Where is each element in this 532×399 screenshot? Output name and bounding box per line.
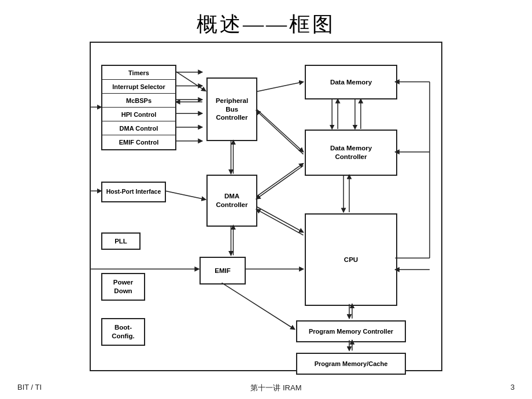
list-item-hpi-ctrl: HPI Control — [102, 108, 175, 121]
data-memory-box: Data Memory — [305, 65, 397, 99]
svg-line-16 — [256, 206, 303, 232]
peripheral-bus-controller-box: PeripheralBusController — [206, 77, 257, 141]
program-memory-cache-box: Program Memory/Cache — [296, 353, 406, 375]
boot-config-box: Boot-Config. — [101, 318, 145, 346]
list-item-interrupt: Interrupt Selector — [102, 80, 175, 94]
peripheral-list-box: Timers Interrupt Selector McBSPs HPI Con… — [101, 65, 176, 150]
svg-line-24 — [165, 191, 206, 200]
list-item-emif-ctrl: EMIF Control — [102, 135, 175, 149]
emif-box: EMIF — [200, 257, 246, 285]
svg-line-30 — [222, 283, 295, 329]
footer: BIT / TI 第十一讲 IRAM 3 — [0, 383, 532, 393]
svg-line-17 — [256, 209, 303, 235]
list-item-dma-ctrl: DMA Control — [102, 121, 175, 135]
footer-center: 第十一讲 IRAM — [250, 383, 301, 393]
svg-line-9 — [256, 82, 303, 92]
footer-right: 3 — [511, 383, 515, 393]
svg-line-1 — [176, 72, 206, 91]
svg-line-11 — [256, 110, 303, 154]
data-memory-controller-box: Data MemoryController — [305, 130, 397, 176]
list-item-timers: Timers — [102, 66, 175, 80]
svg-line-14 — [256, 164, 303, 197]
svg-line-10 — [256, 109, 303, 152]
page-title: 概述——框图 — [0, 0, 532, 45]
footer-left: BIT / TI — [17, 383, 42, 393]
list-item-mcbsps: McBSPs — [102, 94, 175, 108]
pll-box: PLL — [101, 232, 141, 250]
power-down-box: PowerDown — [101, 273, 145, 301]
host-port-interface-box: Host-Port Interface — [101, 182, 166, 202]
program-memory-controller-box: Program Memory Controller — [296, 320, 406, 342]
diagram-container: Timers Interrupt Selector McBSPs HPI Con… — [90, 42, 442, 371]
dma-controller-box: DMAController — [206, 175, 257, 227]
svg-line-15 — [256, 165, 303, 199]
cpu-box: CPU — [305, 213, 397, 306]
